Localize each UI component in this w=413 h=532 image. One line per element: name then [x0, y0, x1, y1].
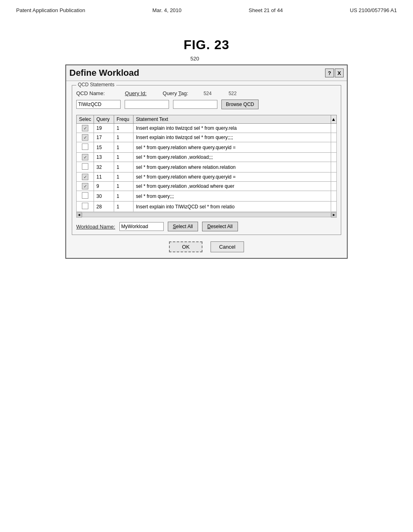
statement-text-cell: sel * from query.relation where relation…: [133, 162, 331, 172]
query-id-cell: 15: [94, 142, 114, 153]
checkbox[interactable]: [82, 203, 88, 209]
checkbox-cell[interactable]: [77, 202, 94, 212]
scroll-indicator: [331, 124, 337, 133]
workload-row: Workload Name: Select All Deselect All: [76, 222, 337, 231]
statement-text-cell: sel * from query.relation ,workload wher…: [133, 182, 331, 191]
dialog-titlebar: Define Workload ? X: [66, 65, 347, 81]
page-header: Patent Application Publication Mar. 4, 2…: [0, 0, 413, 13]
statement-text-cell: Insert explain into tiwizqcd sel * from …: [133, 133, 331, 142]
query-id-input[interactable]: [125, 100, 169, 109]
freq-cell: 1: [114, 153, 133, 162]
checkbox[interactable]: [82, 192, 88, 199]
help-button[interactable]: ?: [325, 69, 334, 77]
button-row: OK Cancel: [72, 241, 341, 252]
qcd-fields-row: QCD Name: Query Id: Query Tag: 524 522: [76, 90, 337, 96]
qcd-section: QCD Statements QCD Name: Query Id: Query…: [72, 85, 341, 235]
table-row: ✓191Insert explain into tiwizqcd sel * f…: [77, 124, 337, 133]
annotation-522: 522: [229, 91, 237, 96]
dialog-controls: ? X: [325, 69, 344, 77]
statement-text-cell: Insert explain into tiwizqcd sel * from …: [133, 124, 331, 133]
freq-cell: 1: [114, 142, 133, 153]
select-all-button[interactable]: Select All: [168, 222, 198, 231]
dialog-wrapper: 520 Define Workload ? X QCD Statements Q…: [0, 64, 413, 259]
col-header-freq: Frequ: [114, 115, 133, 124]
checkbox-cell[interactable]: ✓: [77, 172, 94, 182]
col-header-stmt: Statement Text: [133, 115, 331, 124]
scroll-track[interactable]: [82, 212, 331, 217]
freq-cell: 1: [114, 182, 133, 191]
query-id-cell: 19: [94, 124, 114, 133]
qcd-name-label: QCD Name:: [76, 90, 105, 96]
statement-text-cell: Insert explain into TIWizQCD sel * from …: [133, 202, 331, 212]
browse-qcd-button[interactable]: Browse QCD: [221, 100, 259, 109]
statement-text-cell: sel * from query.relation where query.qu…: [133, 142, 331, 153]
scroll-right-arrow[interactable]: ►: [331, 212, 337, 218]
sheet-label: Sheet 21 of 44: [249, 7, 283, 13]
horizontal-scrollbar[interactable]: ◄ ►: [76, 212, 337, 218]
qcd-input-row: Browse QCD: [76, 100, 337, 109]
freq-cell: 1: [114, 191, 133, 202]
checkbox-cell[interactable]: ✓: [77, 133, 94, 142]
publication-label: Patent Application Publication: [16, 7, 85, 13]
table-row: ✓131sel * from query.relation ,workload;…: [77, 153, 337, 162]
query-id-cell: 13: [94, 153, 114, 162]
col-header-query: Query: [94, 115, 114, 124]
workload-name-label: Workload Name:: [76, 224, 115, 230]
checkbox[interactable]: ✓: [82, 125, 88, 131]
query-id-cell: 32: [94, 162, 114, 172]
workload-name-input[interactable]: [119, 222, 164, 231]
patent-number: US 2100/057796 A1: [350, 7, 397, 13]
ok-button[interactable]: OK: [169, 241, 202, 252]
close-button[interactable]: X: [335, 69, 344, 77]
dialog-title: Define Workload: [69, 68, 139, 78]
freq-cell: 1: [114, 133, 133, 142]
query-tag-label: Query Tag:: [163, 90, 188, 96]
statement-text-cell: sel * from query;;;: [133, 191, 331, 202]
checkbox[interactable]: ✓: [82, 174, 88, 180]
checkbox-cell[interactable]: [77, 142, 94, 153]
query-table: Selec Query Frequ Statement Text ▲ ✓191I…: [76, 115, 337, 212]
checkbox[interactable]: [82, 163, 88, 170]
checkbox-cell[interactable]: ✓: [77, 124, 94, 133]
table-row: 301sel * from query;;;: [77, 191, 337, 202]
table-row: ✓171Insert explain into tiwizqcd sel * f…: [77, 133, 337, 142]
cancel-button[interactable]: Cancel: [211, 241, 244, 252]
qcd-name-input[interactable]: [76, 100, 121, 109]
query-id-cell: 9: [94, 182, 114, 191]
table-row: 151sel * from query.relation where query…: [77, 142, 337, 153]
freq-cell: 1: [114, 124, 133, 133]
scroll-left-arrow[interactable]: ◄: [76, 212, 82, 218]
checkbox[interactable]: ✓: [82, 183, 88, 189]
statement-text-cell: sel * from query.relation ,workload;;;: [133, 153, 331, 162]
table-row: 321sel * from query.relation where relat…: [77, 162, 337, 172]
checkbox[interactable]: ✓: [82, 154, 88, 160]
query-table-container: Selec Query Frequ Statement Text ▲ ✓191I…: [76, 112, 337, 218]
annotation-524: 524: [204, 91, 212, 96]
query-tag-input[interactable]: [173, 100, 217, 109]
deselect-all-button[interactable]: Deselect All: [202, 222, 238, 231]
dialog-body: QCD Statements QCD Name: Query Id: Query…: [66, 81, 347, 258]
query-id-label: Query Id:: [125, 90, 146, 96]
checkbox[interactable]: [82, 143, 88, 150]
qcd-section-legend: QCD Statements: [76, 82, 116, 87]
table-row: ✓111sel * from query.relation where quer…: [77, 172, 337, 182]
table-row: 281Insert explain into TIWizQCD sel * fr…: [77, 202, 337, 212]
checkbox-cell[interactable]: ✓: [77, 182, 94, 191]
checkbox-cell[interactable]: [77, 162, 94, 172]
figure-title: FIG. 23: [0, 37, 413, 52]
table-row: ✓91sel * from query.relation ,workload w…: [77, 182, 337, 191]
query-id-cell: 30: [94, 191, 114, 202]
col-header-select: Selec: [77, 115, 94, 124]
checkbox-cell[interactable]: ✓: [77, 153, 94, 162]
statement-text-cell: sel * from query.relation where query.qu…: [133, 172, 331, 182]
freq-cell: 1: [114, 172, 133, 182]
query-id-cell: 11: [94, 172, 114, 182]
define-workload-dialog: Define Workload ? X QCD Statements QCD N…: [65, 64, 348, 259]
checkbox-cell[interactable]: [77, 191, 94, 202]
annotation-520: 520: [190, 56, 199, 62]
checkbox[interactable]: ✓: [82, 134, 88, 141]
query-id-cell: 28: [94, 202, 114, 212]
freq-cell: 1: [114, 202, 133, 212]
freq-cell: 1: [114, 162, 133, 172]
query-id-cell: 17: [94, 133, 114, 142]
